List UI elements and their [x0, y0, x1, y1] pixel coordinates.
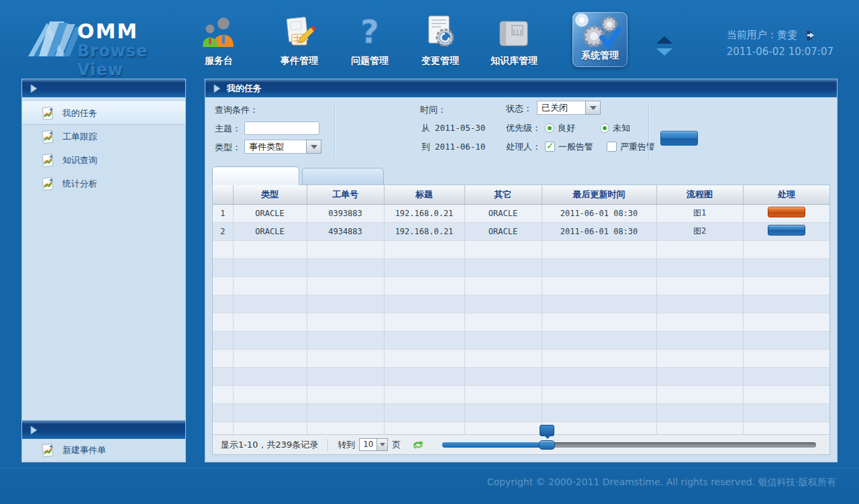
sidebar-bottom-bar[interactable]	[22, 420, 185, 439]
sidebar: 我的任务 工单跟踪 知识查询	[21, 79, 186, 462]
nav-label: 变更管理	[408, 55, 472, 67]
handler-option-general: 一般告警	[545, 141, 593, 153]
record-summary: 显示1-10，共239条记录	[221, 439, 318, 451]
sidebar-top-bar[interactable]	[22, 79, 185, 97]
status-select[interactable]: 已关闭	[537, 101, 601, 115]
page-slider-handle[interactable]	[539, 440, 555, 450]
results-box: 类型 工单号 标题 其它 最后更新时间 流程图 处理 1 ORACLE 0393…	[212, 185, 830, 455]
page-title: 我的任务	[227, 83, 262, 95]
nav-label: 问题管理	[338, 55, 402, 67]
nav-collapse-arrows[interactable]	[654, 32, 674, 59]
chevron-down-icon	[590, 106, 597, 110]
page-select[interactable]: 10	[359, 438, 388, 451]
nav-item-incident-mgmt[interactable]: 事件管理	[267, 13, 332, 67]
up-arrow-icon	[656, 36, 672, 44]
type-select[interactable]: 事件类型	[244, 140, 321, 154]
sidebar-item-label: 工单跟踪	[62, 131, 97, 143]
radio-good[interactable]	[545, 123, 554, 133]
col-index[interactable]	[213, 185, 233, 204]
page-footer: Copyright © 2000-2011 Dreamstime. All ri…	[0, 468, 859, 504]
sidebar-item-statistics[interactable]: 统计分析	[22, 172, 185, 195]
nav-label: 知识库管理	[482, 55, 546, 67]
service-desk-icon	[187, 13, 251, 51]
col-updated[interactable]: 最后更新时间	[542, 185, 656, 204]
process-button[interactable]	[768, 225, 805, 236]
tab-1[interactable]	[212, 166, 299, 185]
nav-item-system-mgmt-active[interactable]: 系统管理	[572, 12, 627, 67]
logo-subtitle: Browse View	[77, 42, 188, 79]
status-select-value: 已关闭	[537, 101, 585, 115]
table-row-empty	[213, 276, 829, 295]
sidebar-item-my-tasks[interactable]: 我的任务	[22, 101, 185, 125]
results-table: 类型 工单号 标题 其它 最后更新时间 流程图 处理 1 ORACLE 0393…	[213, 185, 829, 440]
query-submit-button[interactable]	[660, 131, 698, 146]
table-row-empty	[213, 349, 829, 367]
pager-divider	[327, 439, 328, 451]
right-triangle-icon	[212, 84, 221, 93]
page-select-value: 10	[359, 438, 376, 451]
svg-text:?: ?	[360, 15, 379, 50]
app-logo: OMM Browse View	[27, 15, 188, 68]
right-triangle-icon	[29, 425, 38, 435]
page-unit-label: 页	[392, 439, 401, 451]
query-heading: 查询条件：	[215, 104, 258, 116]
current-user-label: 当前用户：黄雯	[727, 27, 797, 44]
checkbox-severe-alert[interactable]	[607, 142, 617, 152]
sidebar-item-label: 我的任务	[62, 107, 97, 119]
table-row-empty	[213, 367, 829, 385]
nav-item-problem-mgmt[interactable]: ? 问题管理	[338, 13, 402, 67]
status-select-button[interactable]	[585, 101, 601, 115]
change-icon	[408, 13, 472, 51]
table-row-empty	[213, 295, 829, 313]
sidebar-item-new-incident[interactable]: 新建事件单	[22, 439, 185, 462]
page-slider[interactable]	[442, 442, 816, 448]
tab-2[interactable]	[302, 168, 384, 185]
type-select-button[interactable]	[306, 140, 321, 154]
table-row-empty	[213, 385, 829, 403]
nav-label: 系统管理	[572, 50, 627, 62]
problem-icon: ?	[338, 13, 402, 51]
nav-item-service-desk[interactable]: 服务台	[187, 13, 251, 67]
time-to: 到 2011-06-10	[421, 142, 485, 153]
task-doc-icon	[41, 154, 54, 167]
task-doc-icon	[41, 444, 54, 457]
col-action[interactable]: 处理	[743, 185, 829, 204]
process-button[interactable]	[768, 207, 805, 217]
sidebar-menu: 我的任务 工单跟踪 知识查询	[22, 97, 185, 420]
sidebar-item-label: 新建事件单	[62, 444, 106, 456]
logout-icon[interactable]	[803, 30, 815, 41]
time-heading: 时间：	[420, 104, 446, 116]
type-label: 类型：	[215, 142, 241, 154]
radio-unknown[interactable]	[600, 123, 609, 133]
task-doc-icon	[41, 130, 54, 144]
table-header-row: 类型 工单号 标题 其它 最后更新时间 流程图 处理	[213, 185, 829, 204]
logo-text: OMM Browse View	[77, 21, 188, 79]
sidebar-item-knowledge-query[interactable]: 知识查询	[22, 148, 185, 172]
nav-item-change-mgmt[interactable]: 变更管理	[408, 13, 472, 67]
system-gears-icon	[572, 12, 627, 51]
nav-item-knowledge-mgmt[interactable]: 知识库管理	[482, 13, 546, 67]
time-from: 从 2011-05-30	[421, 123, 485, 134]
table-row-empty	[213, 313, 829, 331]
query-divider-2	[648, 105, 649, 156]
logo-title: OMM	[77, 21, 188, 42]
refresh-icon[interactable]	[411, 439, 425, 451]
subject-input[interactable]	[244, 121, 319, 135]
col-title[interactable]: 标题	[384, 185, 464, 204]
table-row[interactable]: 1 ORACLE 0393883 192.168.0.21 ORACLE 201…	[213, 204, 829, 222]
nav-label: 事件管理	[267, 55, 332, 67]
query-divider-1	[334, 105, 335, 156]
page-select-button[interactable]	[376, 438, 388, 451]
copyright-text: Copyright © 2000-2011 Dreamstime. All ri…	[487, 476, 836, 489]
table-row[interactable]: 2 ORACLE 4934883 192.168.0.21 ORACLE 201…	[213, 222, 829, 240]
priority-label: 优先级：	[506, 122, 541, 134]
col-other[interactable]: 其它	[464, 185, 542, 204]
table-row-empty	[213, 403, 829, 421]
col-type[interactable]: 类型	[233, 185, 307, 204]
sidebar-item-label: 统计分析	[62, 178, 97, 190]
sidebar-item-order-tracking[interactable]: 工单跟踪	[22, 125, 185, 148]
col-flow[interactable]: 流程图	[656, 185, 743, 204]
checkbox-general-alert[interactable]	[545, 142, 555, 152]
status-label: 状态：	[506, 103, 532, 115]
col-order-no[interactable]: 工单号	[307, 185, 384, 204]
